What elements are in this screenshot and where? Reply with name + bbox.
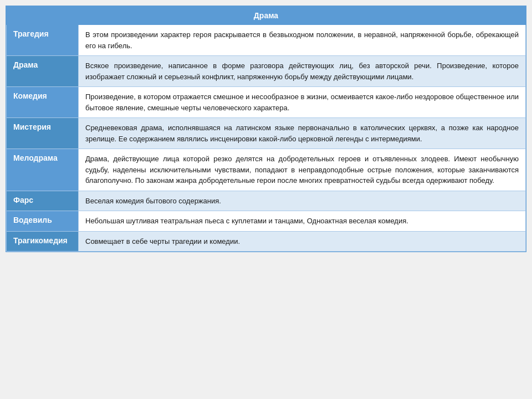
term-cell: Водевиль [7, 211, 79, 232]
table-title: Драма [7, 7, 526, 25]
drama-table: Драма ТрагедияВ этом произведении характ… [6, 6, 526, 252]
table-row: ВодевильНебольшая шутливая театральная п… [7, 211, 526, 232]
definition-cell: Небольшая шутливая театральная пьеса с к… [79, 211, 526, 232]
definition-cell: Средневековая драма, исполнявшаяся на ла… [79, 118, 526, 149]
table-row: ДрамаВсякое произведение, написанное в ф… [7, 56, 526, 87]
definition-cell: Произведение, в котором отражается смешн… [79, 87, 526, 118]
term-cell: Фарс [7, 191, 79, 211]
term-cell: Комедия [7, 87, 79, 118]
table-row: МистерияСредневековая драма, исполнявшая… [7, 118, 526, 149]
definition-cell: Веселая комедия бытового содержания. [79, 191, 526, 211]
definition-cell: В этом произведении характер героя раскр… [79, 25, 526, 56]
table-row: ТрагедияВ этом произведении характер гер… [7, 25, 526, 56]
table-row: КомедияПроизведение, в котором отражаетс… [7, 87, 526, 118]
term-cell: Мистерия [7, 118, 79, 149]
term-cell: Драма [7, 56, 79, 87]
table-header-row: Драма [7, 7, 526, 25]
definition-cell: Всякое произведение, написанное в форме … [79, 56, 526, 87]
table-row: МелодрамаДрама, действующие лица которой… [7, 149, 526, 191]
term-cell: Трагикомедия [7, 231, 79, 252]
term-cell: Трагедия [7, 25, 79, 56]
table-row: ФарсВеселая комедия бытового содержания. [7, 191, 526, 211]
definition-cell: Совмещает в себе черты трагедии и комеди… [79, 231, 526, 252]
table-row: ТрагикомедияСовмещает в себе черты траге… [7, 231, 526, 252]
definition-cell: Драма, действующие лица которой резко де… [79, 149, 526, 191]
term-cell: Мелодрама [7, 149, 79, 191]
